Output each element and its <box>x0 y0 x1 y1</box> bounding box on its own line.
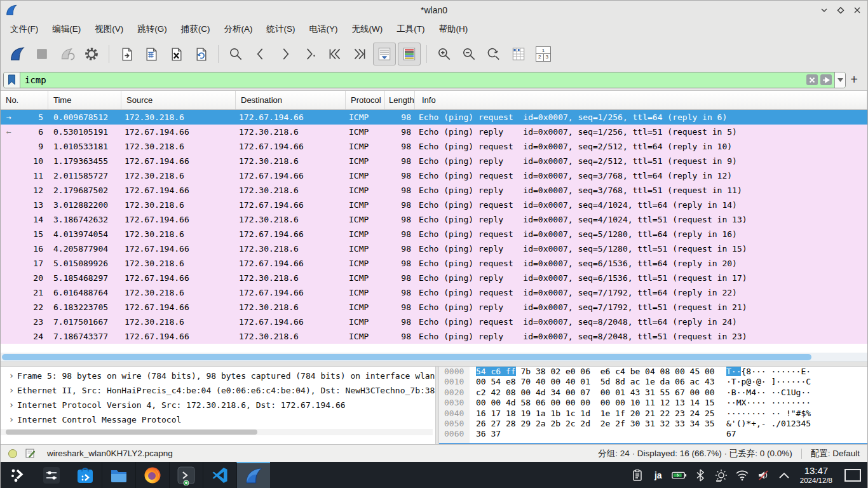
taskbar-wireshark-button[interactable] <box>236 462 270 488</box>
close-button[interactable] <box>851 5 862 16</box>
packet-row[interactable]: ←60.530105191172.67.194.66172.30.218.6IC… <box>1 125 867 139</box>
filter-clear-button[interactable] <box>806 74 818 85</box>
menu-item-file[interactable]: 文件(F) <box>3 21 45 37</box>
filter-apply-button[interactable] <box>820 74 832 85</box>
find-packet-button[interactable] <box>224 43 247 65</box>
taskbar-vscode-button[interactable] <box>203 462 236 488</box>
hex-bytes[interactable]: 16 17 18 19 1a 1b 1c 1d 1e 1f 20 21 22 2… <box>476 409 715 418</box>
packet-row[interactable]: 112.011585727172.30.218.6172.67.194.66IC… <box>1 168 867 183</box>
hex-ascii[interactable]: T··{8··· ······E· <box>726 367 811 377</box>
hex-bytes[interactable]: 26 27 28 29 2a 2b 2c 2d 2e 2f 30 31 32 3… <box>476 419 715 428</box>
packet-row[interactable]: 133.012882200172.30.218.6172.67.194.66IC… <box>1 198 867 212</box>
show-desktop-button[interactable] <box>844 469 861 482</box>
go-to-packet-button[interactable] <box>299 43 322 65</box>
clock[interactable]: 13:47 2024/12/8 <box>800 466 832 484</box>
taskbar-settings-button[interactable] <box>34 462 68 488</box>
column-header-source[interactable]: Source <box>121 91 236 109</box>
zoom-in-button[interactable] <box>433 43 456 65</box>
expander-chevron-icon[interactable]: › <box>6 369 17 383</box>
column-header-info[interactable]: Info <box>415 91 867 109</box>
column-header-length[interactable]: Length <box>385 91 415 109</box>
hex-line[interactable]: 0020c2 42 08 00 4d 34 00 07 00 01 43 31 … <box>439 388 867 398</box>
taskbar-firefox-button[interactable] <box>135 462 169 488</box>
input-method-indicator[interactable]: ja <box>651 468 666 483</box>
profile-label[interactable]: 配置: Default <box>802 448 867 459</box>
hex-line[interactable]: 003000 00 4d 58 06 00 00 00 00 00 10 11 … <box>439 398 867 408</box>
menu-item-telephony[interactable]: 电话(Y) <box>302 21 345 37</box>
hex-ascii[interactable]: ·T·p@·@· ]······C <box>726 377 811 387</box>
start-capture-button[interactable] <box>6 43 29 65</box>
close-file-button[interactable] <box>165 43 187 65</box>
normal-size-button[interactable] <box>482 43 505 65</box>
expander-chevron-icon[interactable]: › <box>6 412 17 427</box>
hex-line[interactable]: 004016 17 18 19 1a 1b 1c 1d 1e 1f 20 21 … <box>439 409 867 419</box>
capture-comment-icon[interactable] <box>25 448 36 459</box>
scrollbar-thumb[interactable] <box>6 430 257 435</box>
restart-capture-button[interactable] <box>55 43 78 65</box>
battery-icon[interactable] <box>672 468 687 483</box>
next-packet-button[interactable] <box>274 43 297 65</box>
expert-info-icon[interactable] <box>8 449 17 458</box>
maximize-button[interactable] <box>835 5 846 16</box>
hex-ascii[interactable]: ··MX···· ········ <box>726 398 811 408</box>
open-file-button[interactable] <box>115 43 138 65</box>
first-packet-button[interactable] <box>323 43 346 65</box>
expander-chevron-icon[interactable]: › <box>6 383 17 398</box>
hex-ascii[interactable]: 67 <box>726 429 736 439</box>
taskbar-file-manager-button[interactable] <box>102 462 135 488</box>
hex-ascii[interactable]: &'()*+,- ./012345 <box>726 419 811 429</box>
packet-row[interactable]: 101.179363455172.67.194.66172.30.218.6IC… <box>1 154 867 168</box>
auto-scroll-button[interactable] <box>373 43 396 65</box>
pane-splitter[interactable] <box>1 362 867 367</box>
menu-item-wireless[interactable]: 无线(W) <box>345 21 390 37</box>
menu-item-edit[interactable]: 编辑(E) <box>45 21 88 37</box>
previous-packet-button[interactable] <box>249 43 272 65</box>
detail-tree-item[interactable]: ›Ethernet II, Src: HonHaiPrecis_c4:be:04… <box>1 383 435 398</box>
column-header-time[interactable]: Time <box>48 91 121 109</box>
filter-add-button[interactable]: + <box>846 72 862 87</box>
hex-line[interactable]: 000054 c6 ff 7b 38 02 e0 06 e6 c4 be 04 … <box>439 367 867 377</box>
hex-line[interactable]: 005026 27 28 29 2a 2b 2c 2d 2e 2f 30 31 … <box>439 419 867 429</box>
menu-item-go[interactable]: 跳转(G) <box>130 21 174 37</box>
menu-item-capture[interactable]: 捕获(C) <box>174 21 217 37</box>
packet-row[interactable]: 122.179687502172.67.194.66172.30.218.6IC… <box>1 183 867 198</box>
packet-row[interactable]: 91.010533181172.30.218.6172.67.194.66ICM… <box>1 139 867 154</box>
clipboard-icon[interactable] <box>630 468 645 483</box>
packet-row[interactable]: 247.186743377172.67.194.66172.30.218.6IC… <box>1 329 867 344</box>
hex-ascii[interactable]: ·B··M4·· ··C1Ug·· <box>726 388 811 398</box>
menu-item-tools[interactable]: 工具(T) <box>390 21 431 37</box>
taskbar-terminal-button[interactable] <box>169 462 203 488</box>
detail-tree-item[interactable]: ›Internet Protocol Version 4, Src: 172.3… <box>1 398 435 412</box>
hex-bytes[interactable]: 00 54 e8 70 40 00 40 01 5d 8d ac 1e da 0… <box>476 377 715 386</box>
hex-line[interactable]: 001000 54 e8 70 40 00 40 01 5d 8d ac 1e … <box>439 377 867 387</box>
scrollbar-thumb[interactable] <box>2 354 811 360</box>
volume-muted-icon[interactable] <box>756 468 771 483</box>
hex-bytes[interactable]: 00 00 4d 58 06 00 00 00 00 00 10 11 12 1… <box>476 398 715 407</box>
packet-row[interactable]: 154.013974054172.30.218.6172.67.194.66IC… <box>1 227 867 241</box>
hex-ascii[interactable]: ········ ·· !"#$% <box>726 409 811 419</box>
layout-button[interactable]: 1 23 <box>532 43 555 65</box>
detail-tree-item[interactable]: ›Internet Control Message Protocol <box>1 412 435 427</box>
tray-expand-chevron-icon[interactable] <box>776 468 792 483</box>
filter-bookmark-button[interactable] <box>4 72 20 88</box>
packet-row[interactable]: 164.205877904172.67.194.66172.30.218.6IC… <box>1 241 867 256</box>
taskbar-appstore-button[interactable] <box>68 462 102 488</box>
expander-chevron-icon[interactable]: › <box>6 398 17 412</box>
hex-bytes[interactable]: 54 c6 ff 7b 38 02 e0 06 e6 c4 be 04 08 0… <box>476 367 715 376</box>
packet-row[interactable]: 226.183223705172.67.194.66172.30.218.6IC… <box>1 300 867 315</box>
column-header-destination[interactable]: Destination <box>236 91 346 109</box>
brightness-icon[interactable] <box>714 468 729 483</box>
packet-row[interactable]: 143.186742632172.67.194.66172.30.218.6IC… <box>1 212 867 227</box>
resize-columns-button[interactable] <box>507 43 530 65</box>
details-hscrollbar[interactable] <box>1 429 433 435</box>
menu-item-analyze[interactable]: 分析(A) <box>217 21 260 37</box>
detail-tree-item[interactable]: ›Frame 5: 98 bytes on wire (784 bits), 9… <box>1 369 435 383</box>
menu-item-statistics[interactable]: 统计(S) <box>260 21 302 37</box>
packet-list-hscrollbar[interactable] <box>1 353 867 362</box>
capture-options-button[interactable] <box>80 43 103 65</box>
hex-line[interactable]: 006036 3767 <box>439 429 867 439</box>
menu-item-help[interactable]: 帮助(H) <box>431 21 475 37</box>
packet-row[interactable]: 175.015089926172.30.218.6172.67.194.66IC… <box>1 256 867 271</box>
save-file-button[interactable] <box>140 43 163 65</box>
packet-row[interactable]: 216.016488764172.30.218.6172.67.194.66IC… <box>1 285 867 300</box>
